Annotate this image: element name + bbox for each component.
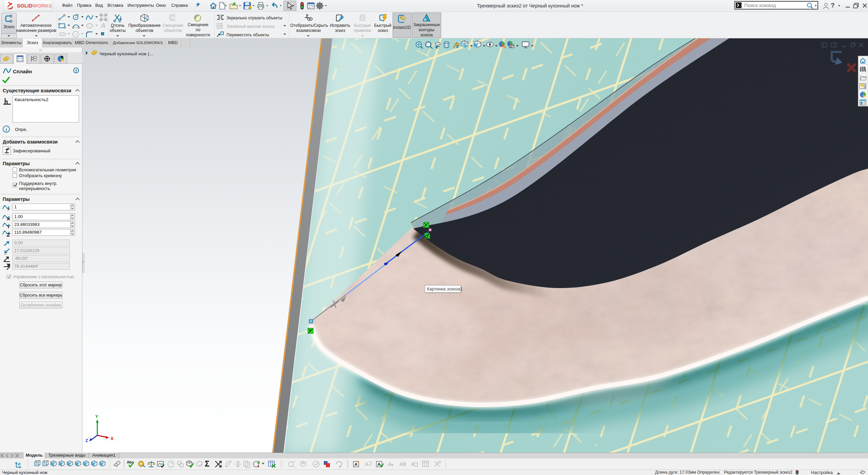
svg-text:Z: Z [85, 438, 88, 443]
svg-text:Y: Y [95, 414, 98, 419]
svg-text:A: A [411, 461, 414, 467]
svg-text:A: A [456, 45, 459, 49]
svg-text:A: A [377, 462, 381, 467]
svg-text:X: X [111, 436, 114, 441]
svg-text:AB: AB [399, 461, 406, 467]
svg-text:A: A [388, 461, 392, 467]
svg-text:A: A [354, 462, 358, 467]
svg-text:#: # [7, 207, 9, 211]
svg-text:Черный кухонный нож (...: Черный кухонный нож (... [99, 51, 153, 56]
svg-text:A: A [365, 461, 369, 467]
svg-text:Картинка эскиза1: Картинка эскиза1 [427, 286, 462, 291]
